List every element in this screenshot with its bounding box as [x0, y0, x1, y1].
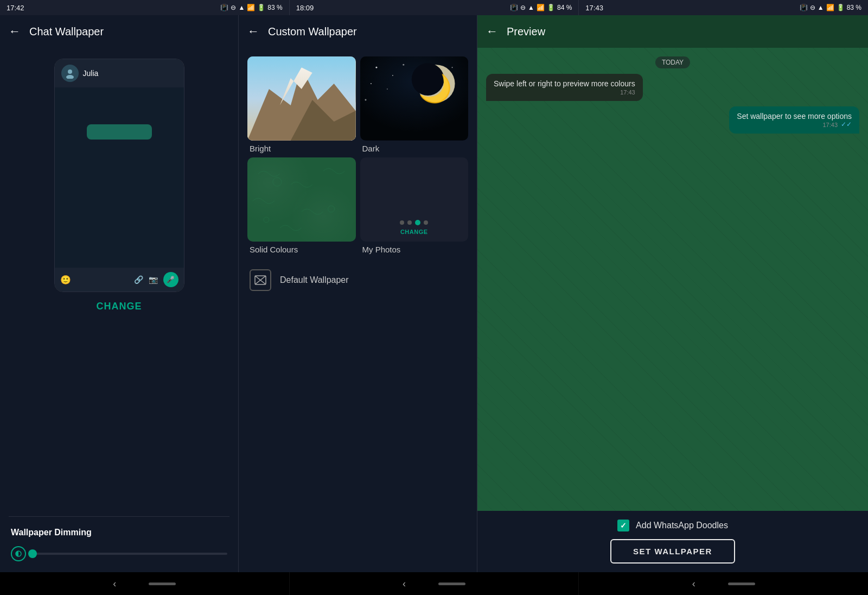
dimming-icon	[11, 546, 26, 561]
msg1-text: Swipe left or right to preview more colo…	[494, 79, 635, 88]
dnd-icon-1: ⊖	[231, 4, 236, 11]
sent-bubble-1: Set wallpaper to see more options 17:43 …	[729, 106, 859, 134]
received-bubble-1: Swipe left or right to preview more colo…	[486, 74, 643, 101]
status-icons-3: 📳 ⊖ ▲ 📶 🔋 83 %	[800, 4, 861, 11]
doodles-row: ✓ Add WhatsApp Doodles	[617, 520, 728, 531]
phone-header: Julia	[55, 59, 184, 87]
signal-icon-1: 📶	[247, 4, 255, 11]
panel1-title: Chat Wallpaper	[29, 26, 104, 38]
status-section-2: 18:09 📳 ⊖ ▲ 📶 🔋 84 %	[290, 0, 579, 15]
mic-button[interactable]: 🎤	[163, 272, 178, 287]
vibrate-icon-2: 📳	[510, 4, 518, 11]
slider-thumb[interactable]	[28, 549, 37, 558]
bright-label: Bright	[247, 144, 356, 153]
nav-home-pill-3[interactable]	[728, 583, 755, 585]
svg-point-18	[328, 206, 335, 212]
battery-icon-1: 🔋	[257, 4, 265, 11]
panel-custom-wallpaper: ← Custom Wallpaper	[239, 15, 477, 572]
panel1-header: ← Chat Wallpaper	[0, 15, 238, 48]
dnd-icon-3: ⊖	[810, 4, 815, 11]
battery-icon-3: 🔋	[837, 4, 845, 11]
panel3-title: Preview	[507, 26, 545, 38]
panel2-title: Custom Wallpaper	[268, 26, 357, 38]
preview-bottom: ✓ Add WhatsApp Doodles SET WALLPAPER	[477, 511, 868, 572]
nav-back-2[interactable]: ‹	[403, 578, 406, 590]
bottom-nav-1: ‹	[0, 572, 290, 595]
msg2-time: 17:43	[822, 122, 838, 128]
svg-point-0	[68, 69, 72, 74]
photos-dots	[400, 220, 428, 225]
svg-point-17	[273, 178, 282, 186]
back-arrow-2[interactable]: ←	[247, 24, 259, 39]
chat-preview-phone: Julia 🙂 🔗 📷 🎤	[54, 59, 184, 292]
nav-back-1[interactable]: ‹	[113, 578, 116, 590]
panel3-header: ← Preview	[477, 15, 868, 48]
doodles-label: Add WhatsApp Doodles	[636, 521, 728, 530]
solid-label: Solid Colours	[247, 245, 356, 254]
nav-back-3[interactable]: ‹	[692, 578, 695, 590]
bottom-nav: ‹ ‹ ‹	[0, 572, 868, 595]
status-icons-1: 📳 ⊖ ▲ 📶 🔋 83 %	[220, 4, 282, 11]
battery-text-3: 83 %	[847, 4, 861, 11]
dot-active	[415, 220, 420, 225]
camera-icon: 📷	[149, 275, 158, 284]
battery-icon-2: 🔋	[547, 4, 555, 11]
dot-3	[424, 220, 428, 225]
svg-point-1	[66, 75, 74, 79]
dot-1	[400, 220, 404, 225]
signal-icon-3: 📶	[826, 4, 834, 11]
wallpaper-item-solid[interactable]: Solid Colours	[247, 157, 356, 254]
vibrate-icon-1: 📳	[220, 4, 228, 11]
wifi-icon-1: ▲	[238, 4, 245, 11]
status-time-3: 17:43	[585, 4, 603, 12]
avatar	[61, 65, 79, 82]
default-wallpaper-label: Default Wallpaper	[280, 275, 349, 285]
dot-2	[407, 220, 412, 225]
svg-point-16	[365, 99, 366, 100]
phone-right-icons: 🔗 📷 🎤	[134, 272, 178, 287]
nav-home-pill-1[interactable]	[149, 583, 176, 585]
vibrate-icon-3: 📳	[800, 4, 808, 11]
back-arrow-1[interactable]: ←	[9, 24, 21, 39]
wallpaper-dimming-section: Wallpaper Dimming	[0, 517, 238, 572]
back-arrow-3[interactable]: ←	[486, 24, 498, 39]
emoji-icon: 🙂	[60, 275, 71, 285]
panels-container: ← Chat Wallpaper Julia 🙂	[0, 15, 868, 572]
status-time-1: 17:42	[7, 4, 24, 12]
wallpaper-thumbnail-solid	[247, 157, 356, 242]
svg-rect-7	[360, 56, 469, 141]
battery-text-1: 83 %	[267, 4, 282, 11]
svg-point-15	[451, 67, 452, 68]
bottom-nav-2: ‹	[290, 572, 579, 595]
wallpaper-item-bright[interactable]: Bright	[247, 56, 356, 153]
chat-preview-area: Julia 🙂 🔗 📷 🎤	[0, 48, 238, 516]
panel2-header: ← Custom Wallpaper	[239, 15, 477, 48]
dnd-icon-2: ⊖	[520, 4, 526, 11]
nav-home-pill-2[interactable]	[438, 583, 465, 585]
set-wallpaper-button[interactable]: SET WALLPAPER	[610, 539, 735, 564]
wallpaper-thumbnail-bright	[247, 56, 356, 141]
sent-bubble-row: 17:43 ✓✓	[737, 121, 852, 128]
photos-change-text: CHANGE	[400, 229, 428, 235]
svg-point-10	[375, 67, 377, 68]
doodles-checkbox[interactable]: ✓	[617, 520, 629, 531]
signal-icon-2: 📶	[537, 4, 545, 11]
wallpaper-item-photos[interactable]: CHANGE My Photos	[360, 157, 469, 254]
wallpaper-item-dark[interactable]: Dark	[360, 56, 469, 153]
phone-chat-bubble	[87, 124, 152, 140]
wallpaper-thumbnail-photos: CHANGE	[360, 157, 469, 242]
change-button-1[interactable]: CHANGE	[96, 292, 142, 317]
dimming-slider[interactable]	[33, 553, 227, 555]
msg2-text: Set wallpaper to see more options	[737, 112, 852, 121]
battery-text-2: 84 %	[557, 4, 572, 11]
panel-chat-wallpaper: ← Chat Wallpaper Julia 🙂	[0, 15, 239, 572]
svg-point-12	[370, 83, 371, 84]
status-section-3: 17:43 📳 ⊖ ▲ 📶 🔋 83 %	[579, 0, 868, 15]
status-section-1: 17:42 📳 ⊖ ▲ 📶 🔋 83 %	[0, 0, 290, 15]
status-time-2: 18:09	[296, 4, 314, 12]
panel-preview: ← Preview TODAY Swipe left or right to p…	[477, 15, 868, 572]
bottom-nav-3: ‹	[579, 572, 868, 595]
wifi-icon-3: ▲	[818, 4, 824, 11]
default-wallpaper-row[interactable]: Default Wallpaper	[239, 263, 477, 298]
default-wallpaper-icon	[250, 269, 271, 291]
